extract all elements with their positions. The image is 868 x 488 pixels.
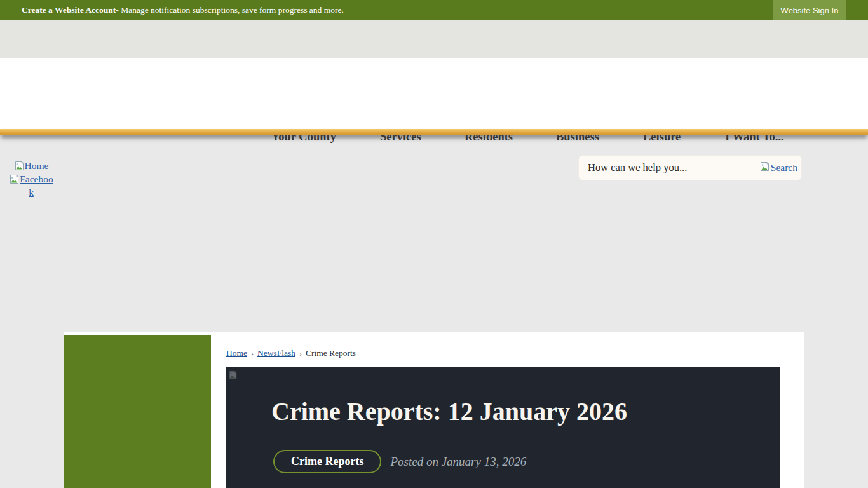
broken-image-icon	[9, 173, 20, 184]
breadcrumb-newsflash-link[interactable]: NewsFlash	[257, 348, 295, 358]
top-account-bar: Create a Website Account - Manage notifi…	[0, 0, 868, 20]
broken-image-icon	[759, 161, 770, 174]
site-search-box: Search	[578, 155, 802, 180]
quick-link-home[interactable]: Home	[9, 159, 53, 172]
sidebar-green-panel	[64, 335, 211, 488]
news-title: Crime Reports: 12 January 2026	[271, 396, 627, 427]
main-content: Home›NewsFlash›Crime Reports Crime Repor…	[64, 332, 804, 488]
search-alt-text: Search	[771, 162, 797, 173]
gold-divider-bar	[0, 129, 868, 135]
category-pill-crime-reports[interactable]: Crime Reports	[273, 450, 381, 473]
breadcrumb-separator: ›	[299, 349, 302, 358]
create-account-label: Create a Website Account	[22, 5, 116, 15]
broken-image-icon	[14, 160, 25, 171]
broken-image-icon	[228, 370, 238, 382]
main-navigation: Your County Services Residents Business …	[0, 58, 868, 129]
quick-links: Home Facebook	[9, 159, 53, 199]
breadcrumb: Home›NewsFlash›Crime Reports	[226, 348, 356, 358]
news-detail-panel: Crime Reports: 12 January 2026 Crime Rep…	[226, 367, 780, 488]
website-sign-in-button[interactable]: Website Sign In	[773, 0, 846, 20]
facebook-alt-text: Facebook	[20, 173, 53, 198]
create-account-link[interactable]: Create a Website Account - Manage notifi…	[22, 0, 344, 20]
create-account-description: - Manage notification subscriptions, sav…	[116, 5, 343, 15]
quick-link-facebook[interactable]: Facebook	[9, 172, 53, 199]
news-meta-row: Crime Reports Posted on January 13, 2026	[273, 450, 526, 473]
breadcrumb-current: Crime Reports	[306, 348, 356, 358]
posted-date: Posted on January 13, 2026	[390, 455, 526, 469]
search-input[interactable]	[579, 156, 757, 180]
search-submit-link[interactable]: Search	[759, 161, 797, 174]
header-strip: Click to Home	[0, 20, 868, 58]
breadcrumb-home-link[interactable]: Home	[226, 348, 247, 358]
home-alt-text: Home	[25, 160, 49, 171]
breadcrumb-separator: ›	[251, 349, 254, 358]
